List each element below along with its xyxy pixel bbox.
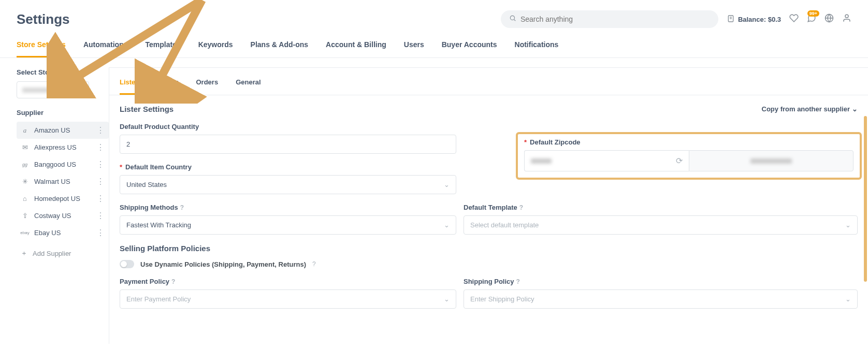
help-icon[interactable]: ? [180, 204, 184, 211]
default-country-select[interactable]: United States ⌄ [120, 175, 456, 194]
supplier-ebay[interactable]: ebay Ebay US ⋮ [17, 224, 109, 241]
add-supplier-label: Add Supplier [33, 250, 71, 257]
sub-tabs: Lister Pricing Orders General [109, 68, 868, 95]
scrollbar-indicator [864, 116, 867, 282]
balance[interactable]: Balance: $0.3 [727, 14, 781, 25]
heart-icon[interactable] [789, 13, 799, 25]
more-icon[interactable]: ⋮ [96, 142, 105, 152]
help-icon[interactable]: ? [519, 204, 523, 211]
refresh-icon[interactable]: ⟳ [676, 156, 683, 166]
default-qty-input[interactable] [120, 135, 456, 154]
search-box[interactable] [501, 10, 718, 28]
default-qty-label: Default Product Quantity [120, 123, 858, 130]
chevron-down-icon: ⌄ [444, 181, 450, 189]
user-icon[interactable] [842, 13, 851, 25]
default-template-placeholder: Select default template [470, 221, 539, 229]
default-country-value: United States [126, 181, 167, 189]
payment-policy-select[interactable]: Enter Payment Policy ⌄ [120, 289, 456, 309]
tab-templates[interactable]: Templates [145, 40, 180, 57]
platform-policies-title: Selling Platform Policies [120, 244, 858, 253]
subtab-orders[interactable]: Orders [196, 78, 218, 95]
more-icon[interactable]: ⋮ [96, 194, 105, 204]
more-icon[interactable]: ⋮ [96, 160, 105, 169]
default-country-label: *Default Item Country [120, 163, 456, 171]
search-input[interactable] [520, 15, 710, 23]
store-select[interactable]: ⌄ [17, 81, 89, 98]
help-icon[interactable]: ? [312, 260, 316, 268]
tab-users[interactable]: Users [404, 40, 424, 57]
help-icon[interactable]: ? [516, 278, 520, 285]
balance-icon [727, 14, 735, 25]
globe-icon[interactable] [824, 13, 834, 25]
default-template-label: Default Template ? [464, 204, 858, 211]
chevron-down-icon: ⌄ [444, 295, 450, 303]
supplier-label: Aliexpress US [34, 143, 91, 151]
default-zip-label: *Default Zipcode [524, 138, 853, 146]
chat-icon[interactable]: 99+ [807, 13, 816, 25]
store-value-blurred [22, 88, 53, 93]
chevron-down-icon: ⌄ [444, 221, 450, 229]
svg-point-7 [845, 15, 848, 18]
help-icon[interactable]: ? [171, 278, 175, 285]
chevron-down-icon: ⌄ [845, 295, 851, 303]
shipping-policy-select[interactable]: Enter Shipping Policy ⌄ [464, 289, 858, 309]
tab-store-settings[interactable]: Store Settings [17, 40, 66, 57]
shipping-methods-value: Fastest With Tracking [126, 221, 191, 229]
page-title: Settings [17, 11, 70, 27]
balance-text: Balance: $0.3 [738, 16, 781, 23]
more-icon[interactable]: ⋮ [96, 211, 105, 221]
dynamic-policies-toggle[interactable] [120, 260, 134, 268]
tab-plans[interactable]: Plans & Add-ons [251, 40, 309, 57]
dynamic-policies-label: Use Dynamic Policies (Shipping, Payment,… [140, 260, 306, 268]
supplier-label: Amazon US [34, 126, 91, 134]
tab-automations[interactable]: Automations [83, 40, 128, 57]
subtab-general[interactable]: General [236, 78, 261, 95]
more-icon[interactable]: ⋮ [96, 177, 105, 186]
main-tabs: Store Settings Automations Templates Key… [0, 28, 868, 58]
sidebar: Select Store ⌄ Supplier a Amazon US ⋮ ✉ … [0, 58, 109, 344]
notif-badge: 99+ [807, 10, 819, 17]
default-template-select[interactable]: Select default template ⌄ [464, 215, 858, 235]
content: Lister Pricing Orders General Lister Set… [109, 67, 868, 344]
tab-account[interactable]: Account & Billing [326, 40, 386, 57]
zip-button[interactable] [689, 150, 854, 171]
add-supplier-button[interactable]: ＋ Add Supplier [17, 241, 109, 265]
supplier-aliexpress[interactable]: ✉ Aliexpress US ⋮ [17, 139, 109, 156]
tab-keywords[interactable]: Keywords [198, 40, 233, 57]
shipping-methods-select[interactable]: Fastest With Tracking ⌄ [120, 215, 456, 235]
supplier-banggood[interactable]: gg Banggood US ⋮ [17, 156, 109, 173]
supplier-costway[interactable]: ⇧ Costway US ⋮ [17, 207, 109, 224]
copy-from-supplier[interactable]: Copy from another supplier ⌄ [762, 105, 858, 113]
section-title: Lister Settings [120, 105, 173, 113]
supplier-label: Banggood US [34, 161, 91, 168]
tab-buyer[interactable]: Buyer Accounts [442, 40, 497, 57]
chevron-down-icon: ⌄ [845, 221, 851, 229]
supplier-amazon[interactable]: a Amazon US ⋮ [17, 122, 109, 139]
zip-input[interactable]: ⟳ [524, 150, 689, 171]
zip-value-blurred [531, 158, 552, 164]
supplier-walmart[interactable]: ✳ Walmart US ⋮ [17, 173, 109, 190]
supplier-label: Supplier [17, 109, 109, 117]
supplier-homedepot[interactable]: ⌂ Homedepot US ⋮ [17, 190, 109, 207]
highlight-zipcode: *Default Zipcode ⟳ [516, 132, 862, 180]
svg-line-1 [514, 20, 516, 21]
walmart-icon: ✳ [21, 178, 29, 185]
shipping-methods-label: Shipping Methods ? [120, 204, 456, 211]
search-icon [509, 15, 516, 24]
tab-notifications[interactable]: Notifications [515, 40, 559, 57]
shipping-policy-label: Shipping Policy ? [464, 278, 858, 285]
supplier-label: Costway US [34, 212, 91, 220]
supplier-label: Homedepot US [34, 195, 91, 202]
amazon-icon: a [21, 126, 29, 135]
subtab-pricing[interactable]: Pricing [155, 78, 178, 95]
homedepot-icon: ⌂ [21, 195, 29, 202]
more-icon[interactable]: ⋮ [96, 228, 105, 238]
select-store-label: Select Store [17, 68, 109, 76]
chevron-down-icon: ⌄ [852, 105, 858, 113]
subtab-lister[interactable]: Lister [120, 78, 138, 95]
supplier-label: Ebay US [34, 229, 91, 237]
svg-point-0 [510, 16, 514, 20]
more-icon[interactable]: ⋮ [96, 125, 105, 135]
zip-button-blurred [750, 158, 792, 164]
payment-policy-label: Payment Policy ? [120, 278, 456, 285]
